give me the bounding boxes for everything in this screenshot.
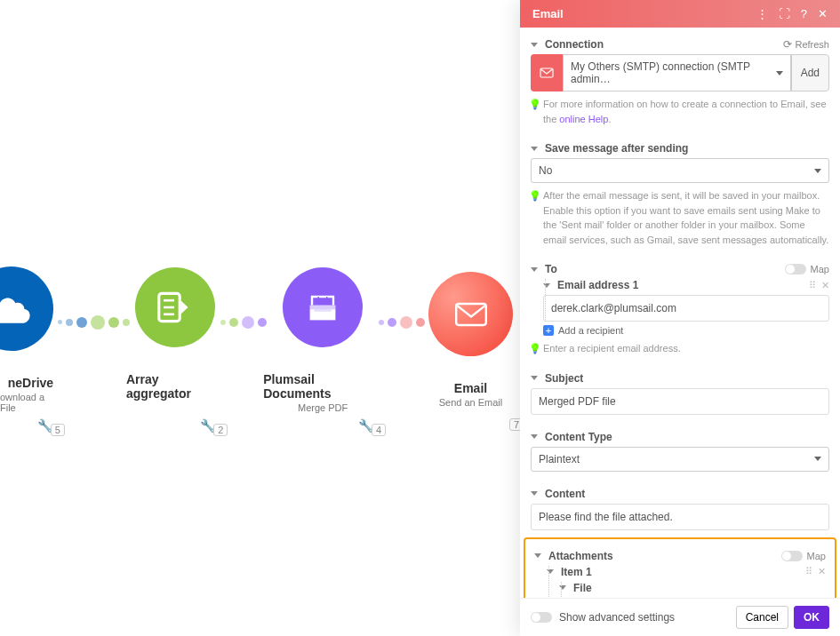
- save-after-label: Save message after sending: [531, 142, 688, 155]
- drag-handle-icon[interactable]: [809, 280, 816, 291]
- attachments-map-toggle[interactable]: [781, 551, 803, 561]
- ok-button[interactable]: OK: [794, 606, 829, 629]
- connection-select[interactable]: My Others (SMTP) connection (SMTP admin…: [563, 54, 791, 91]
- content-type-label: Content Type: [531, 431, 612, 443]
- flow-node-array[interactable]: 🔧 Array aggregator 2: [126, 267, 224, 413]
- flow-node-email[interactable]: Email Send an Email 7: [421, 272, 520, 408]
- add-connection-button[interactable]: Add: [791, 54, 829, 91]
- advanced-settings-toggle[interactable]: [531, 612, 552, 623]
- online-help-link[interactable]: online Help: [559, 114, 608, 124]
- connection-hint: For more information on how to create a …: [531, 97, 829, 126]
- connector: [58, 315, 130, 330]
- node-number: 5: [51, 424, 65, 436]
- file-label: File: [559, 582, 592, 594]
- node-title: Plumsail Documents: [263, 372, 382, 401]
- workflow-canvas[interactable]: 🔧 neDrive ownload a File 5 🔧 Array aggre…: [0, 0, 520, 636]
- more-icon[interactable]: ⋮: [756, 7, 768, 20]
- email-address-input[interactable]: [543, 295, 829, 322]
- advanced-settings-label: Show advanced settings: [559, 611, 675, 624]
- save-after-hint: After the email message is sent, it will…: [531, 188, 829, 247]
- connector: [220, 316, 267, 329]
- cancel-button[interactable]: Cancel: [736, 606, 788, 629]
- expand-icon[interactable]: ⛶: [779, 7, 790, 20]
- flow-node-plumsail[interactable]: 🔧 Plumsail Documents Merge PDF 4: [263, 267, 382, 413]
- node-subtitle: [174, 402, 177, 413]
- node-number: 2: [213, 424, 228, 436]
- node-subtitle: ownload a File: [0, 392, 61, 413]
- node-subtitle: Send an Email: [439, 397, 503, 408]
- attachment-item-label: Item 1: [547, 566, 592, 578]
- refresh-button[interactable]: Refresh: [783, 38, 829, 51]
- email-config-panel: Email ⋮ ⛶ ? ✕ Connection Refresh My Othe…: [520, 0, 840, 636]
- svg-rect-4: [310, 305, 336, 309]
- svg-rect-8: [456, 304, 486, 325]
- add-recipient-button[interactable]: +Add a recipient: [543, 325, 829, 336]
- to-label: To: [531, 263, 557, 275]
- subject-label: Subject: [531, 372, 583, 385]
- remove-item-icon[interactable]: [821, 280, 829, 291]
- node-title: Array aggregator: [126, 372, 224, 401]
- file-source-plumsail-option[interactable]: Plumsail Documents - Merge PDF: [572, 598, 826, 599]
- node-subtitle: Merge PDF: [298, 402, 348, 413]
- to-map-toggle[interactable]: [785, 264, 806, 274]
- email-connection-icon: [531, 54, 563, 91]
- node-title: neDrive: [8, 376, 53, 390]
- panel-header: Email ⋮ ⛶ ? ✕: [520, 0, 840, 28]
- connector: [379, 316, 425, 329]
- panel-title: Email: [532, 7, 564, 20]
- attachments-highlight: Attachments Map Item 1 File Plumsail Doc…: [524, 537, 836, 599]
- close-icon[interactable]: ✕: [818, 7, 828, 20]
- panel-footer: Show advanced settings Cancel OK: [520, 598, 840, 636]
- content-type-select[interactable]: Plaintext: [531, 447, 829, 472]
- svg-rect-7: [315, 309, 332, 311]
- to-hint: Enter a recipient email address.: [531, 341, 829, 356]
- help-icon[interactable]: ?: [801, 7, 807, 20]
- remove-item-icon[interactable]: [818, 566, 826, 577]
- flow-node-onedrive[interactable]: 🔧 neDrive ownload a File 5: [0, 266, 61, 413]
- content-input[interactable]: [531, 504, 829, 530]
- connection-label: Connection: [531, 38, 604, 51]
- attachments-label: Attachments: [534, 550, 613, 562]
- node-number: 4: [372, 424, 386, 436]
- save-after-select[interactable]: No: [531, 158, 829, 183]
- drag-handle-icon[interactable]: [805, 566, 812, 577]
- content-label: Content: [531, 488, 585, 500]
- email-address-item-label: Email address 1: [543, 279, 638, 291]
- node-title: Email: [454, 381, 487, 395]
- subject-input[interactable]: [531, 388, 829, 415]
